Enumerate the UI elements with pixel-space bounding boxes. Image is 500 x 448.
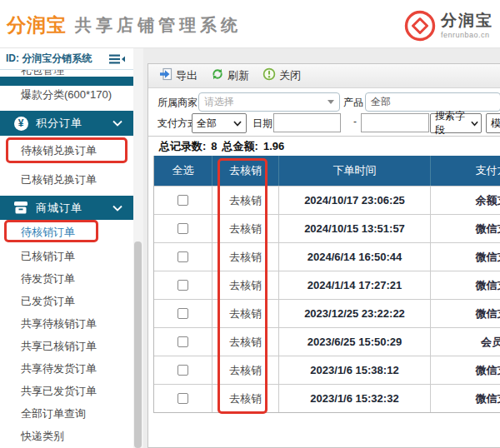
search-field-select[interactable]: 搜索字段	[430, 113, 482, 133]
filter-bar: 所属商家 请选择 产品 全部 支付方式 全部 日期 - 搜索字段 模糊	[148, 88, 500, 137]
coin-logo-icon	[403, 9, 437, 42]
refresh-icon	[211, 67, 228, 84]
payment-method: 会员卡	[431, 328, 500, 356]
table-row: 去核销 2023/1/6 15:38:12 微信支付	[154, 356, 500, 384]
payment-select-value: 全部	[197, 117, 233, 131]
payment-method: 微信支付	[431, 300, 500, 327]
sidebar-item-shared-pending-writeoff[interactable]: 共享待核销订单	[0, 312, 133, 335]
date-to-input[interactable]	[361, 113, 429, 132]
collapse-menu-icon[interactable]	[109, 54, 126, 64]
row-checkbox[interactable]	[178, 308, 188, 319]
table-row: 去核销 2024/1/14 17:27:21 微信支付	[154, 271, 500, 299]
row-checkbox[interactable]	[178, 195, 188, 206]
order-time: 2024/10/15 13:51:57	[279, 215, 431, 242]
sidebar-item-shared-pending-ship[interactable]: 共享待发货订单	[0, 357, 133, 380]
refresh-button[interactable]: 刷新	[211, 67, 249, 84]
payment-method: 余额支付	[431, 187, 500, 214]
amount-label: 总金额:	[222, 139, 258, 154]
date-label: 日期	[252, 117, 272, 131]
order-time: 2024/10/17 23:06:25	[279, 187, 431, 214]
logo-domain: fenrunbao.cn	[441, 31, 493, 39]
system-id-label: ID: 分润宝分销系统	[0, 52, 109, 66]
writeoff-link[interactable]: 去核销	[212, 215, 279, 242]
sidebar-item-pending-writeoff-orders[interactable]: 待核销订单	[0, 220, 133, 245]
logo: 分润宝 fenrunbao.cn	[403, 9, 493, 42]
export-button[interactable]: 导出	[159, 67, 198, 84]
payment-method-select[interactable]: 全部	[192, 113, 247, 133]
row-checkbox[interactable]	[178, 251, 188, 262]
order-time: 2024/6/14 16:50:44	[279, 243, 431, 271]
sidebar-item-pending-redeem-orders[interactable]: 待核销兑换订单	[0, 136, 133, 166]
writeoff-link[interactable]: 去核销	[212, 328, 279, 356]
close-button[interactable]: 关闭	[262, 67, 301, 84]
sidebar-item-shipped-orders[interactable]: 已发货订单	[0, 290, 133, 312]
sidebar-item-redeemed-orders[interactable]: 已核销兑换订单	[0, 166, 133, 193]
search-field-value: 搜索字段	[435, 109, 471, 137]
table-row: 去核销 2023/1/6 15:32:32 微信支付	[154, 384, 500, 412]
dropdown-arrow-icon	[328, 100, 334, 104]
sidebar-item-pending-ship-orders[interactable]: 待发货订单	[0, 267, 133, 290]
writeoff-link[interactable]: 去核销	[212, 385, 279, 412]
sidebar-item-writtenoff-orders[interactable]: 已核销订单	[0, 245, 133, 267]
chevron-down-icon	[112, 205, 122, 212]
table-row: 去核销 2023/6/25 15:50:29 会员卡	[154, 327, 500, 356]
row-checkbox[interactable]	[178, 280, 188, 291]
scrollbar-thumb[interactable]	[134, 241, 142, 448]
select-chevron-icon	[471, 121, 478, 127]
sidebar-item-all-order-query[interactable]: 全部订单查询	[0, 402, 133, 425]
sidebar-item-express-category[interactable]: 快递类别	[0, 425, 133, 447]
logo-text: 分润宝	[441, 12, 493, 29]
brand-name: 分润宝	[7, 12, 67, 38]
product-select[interactable]: 全部	[365, 92, 500, 112]
table-row: 去核销 2024/6/14 16:50:44 微信支付	[154, 242, 500, 271]
column-header-writeoff: 去核销	[212, 156, 279, 186]
sidebar-section-points-orders[interactable]: ¥ 积分订单	[0, 111, 133, 136]
toolbar: 导出 刷新 关闭	[148, 64, 500, 88]
sidebar-item-shared-writtenoff[interactable]: 共享已核销订单	[0, 335, 133, 357]
sidebar-item-shared-shipped[interactable]: 共享已发货订单	[0, 380, 133, 402]
sidebar-section-mall-orders[interactable]: 商城订单	[0, 196, 133, 220]
yuan-coin-icon: ¥	[13, 116, 28, 131]
writeoff-link[interactable]: 去核销	[212, 187, 279, 214]
row-checkbox[interactable]	[178, 393, 188, 404]
table-header-row: 全选 去核销 下单时间 支付方式	[154, 156, 500, 186]
amount-value: 1.96	[263, 140, 284, 152]
payment-method: 微信支付	[431, 356, 500, 384]
payment-method: 微信支付	[431, 271, 500, 299]
order-time: 2024/1/14 17:27:21	[279, 271, 431, 299]
row-checkbox[interactable]	[178, 336, 188, 347]
merchant-select-value: 请选择	[204, 95, 322, 109]
main-panel: 导出 刷新 关闭 所属	[148, 63, 500, 448]
sidebar-scrollbar[interactable]	[133, 48, 143, 448]
column-header-payment: 支付方式	[431, 156, 500, 186]
date-from-input[interactable]	[273, 113, 341, 132]
sidebar-id-bar: ID: 分润宝分销系统	[0, 48, 133, 70]
sidebar-divider-bar	[0, 77, 133, 86]
sidebar-mall-order-list: 已核销订单 待发货订单 已发货订单 共享待核销订单 共享已核销订单 共享待发货订…	[0, 245, 133, 447]
section-label: 积分订单	[36, 116, 112, 131]
writeoff-link[interactable]: 去核销	[212, 243, 279, 271]
close-info-icon	[262, 67, 279, 84]
match-mode-select[interactable]: 模糊	[486, 113, 500, 133]
export-label: 导出	[176, 68, 198, 83]
writeoff-link[interactable]: 去核销	[212, 356, 279, 384]
sidebar: ID: 分润宝分销系统 礼包管理 爆款分类(600*170) ¥ 积分订单 待核…	[0, 48, 133, 448]
records-label: 总记录数:	[159, 139, 206, 154]
app-title: 共享店铺管理系统	[75, 14, 242, 37]
table-row: 去核销 2024/10/17 23:06:25 余额支付	[154, 186, 500, 214]
writeoff-link[interactable]: 去核销	[212, 300, 279, 327]
chevron-down-icon	[112, 120, 122, 127]
writeoff-link[interactable]: 去核销	[212, 271, 279, 299]
payment-method: 微信支付	[431, 385, 500, 412]
match-mode-value: 模糊	[491, 117, 500, 131]
merchant-select[interactable]: 请选择	[198, 92, 340, 112]
product-label: 产品	[343, 96, 363, 110]
order-time: 2023/1/6 15:32:32	[279, 385, 431, 412]
summary-bar: 总记录数: 8 总金额: 1.96	[148, 137, 500, 156]
orders-table: 全选 去核销 下单时间 支付方式 去核销 2024/10/17 23:06:25…	[153, 156, 500, 413]
select-chevron-icon	[233, 121, 242, 127]
sidebar-item-hot-category[interactable]: 爆款分类(600*170)	[0, 86, 133, 104]
date-range-separator: -	[353, 116, 357, 127]
row-checkbox[interactable]	[178, 365, 188, 376]
row-checkbox[interactable]	[178, 223, 188, 234]
